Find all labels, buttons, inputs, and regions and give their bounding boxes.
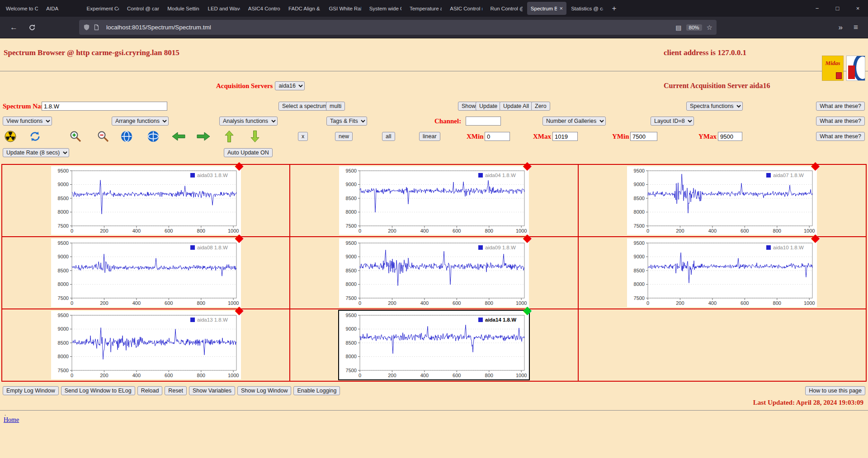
- window-minimize-button[interactable]: −: [807, 0, 827, 17]
- reader-mode-icon[interactable]: ▤: [675, 24, 681, 31]
- all-button[interactable]: all: [382, 132, 395, 141]
- linear-button[interactable]: linear: [419, 132, 440, 141]
- browser-tab[interactable]: Module Setting: [164, 2, 203, 15]
- spectrum-chart-aida13[interactable]: 7500800085009000950002004006008001000aid…: [51, 311, 241, 379]
- spectrum-plot[interactable]: 7500800085009000950002004006008001000aid…: [339, 166, 529, 235]
- spectrum-plot[interactable]: 7500800085009000950002004006008001000aid…: [627, 166, 817, 235]
- back-button[interactable]: ←: [5, 23, 23, 32]
- chart-select-diamond-icon[interactable]: ◆: [811, 160, 820, 171]
- midas-logo[interactable]: Midas: [822, 56, 844, 81]
- ymin-input[interactable]: [630, 132, 657, 141]
- spectrum-chart-aida04[interactable]: 7500800085009000950002004006008001000aid…: [339, 166, 529, 235]
- pan-right-arrow-icon[interactable]: [197, 131, 210, 141]
- url-bar[interactable]: localhost:8015/Spectrum/Spectrum.tml ▤ 8…: [79, 20, 717, 35]
- chart-select-diamond-icon[interactable]: ◆: [235, 160, 243, 171]
- new-button[interactable]: new: [335, 132, 353, 141]
- spectrum-chart-aida10[interactable]: 7500800085009000950002004006008001000aid…: [627, 238, 817, 307]
- show-log-window-button[interactable]: Show Log Window: [237, 386, 292, 395]
- update-rate-select[interactable]: Update Rate (8 secs): [3, 148, 69, 157]
- enable-logging-button[interactable]: Enable Logging: [293, 386, 340, 395]
- spectrum-plot[interactable]: 7500800085009000950002004006008001000aid…: [339, 238, 529, 307]
- spectrum-plot[interactable]: 7500800085009000950002004006008001000aid…: [51, 238, 241, 307]
- chart-select-diamond-icon[interactable]: ◆: [523, 160, 532, 171]
- bookmark-star-icon[interactable]: ☆: [707, 23, 712, 32]
- analysis-functions-select[interactable]: Analysis functions: [219, 117, 278, 126]
- spectrum-name-input[interactable]: [42, 102, 167, 111]
- spectrum-chart-aida08[interactable]: 7500800085009000950002004006008001000aid…: [51, 238, 241, 307]
- radiation-source-icon[interactable]: [5, 131, 16, 142]
- galleries-select[interactable]: Number of Galleries: [542, 117, 606, 126]
- show-variables-button[interactable]: Show Variables: [189, 386, 235, 395]
- browser-tab[interactable]: GSI White Rab: [325, 2, 364, 15]
- what-are-these-button-2[interactable]: What are these?: [816, 117, 865, 126]
- update-all-button[interactable]: Update All: [500, 102, 533, 111]
- update-button[interactable]: Update: [476, 102, 501, 111]
- spectrum-chart-aida07[interactable]: 7500800085009000950002004006008001000aid…: [627, 166, 817, 235]
- multi-button[interactable]: multi: [326, 102, 345, 111]
- empty-log-window-button[interactable]: Empty Log Window: [3, 386, 59, 395]
- spectra-functions-select[interactable]: Spectra functions: [686, 102, 743, 111]
- browser-tab[interactable]: Spectrum Br×: [527, 2, 566, 15]
- browser-tab[interactable]: Experiment Co: [83, 2, 123, 15]
- new-tab-button[interactable]: +: [607, 0, 621, 17]
- x-button[interactable]: x: [298, 132, 308, 141]
- browser-tab[interactable]: LED and Wave: [204, 2, 243, 15]
- reload-page-button[interactable]: Reload: [137, 386, 163, 395]
- spectrum-chart-aida03[interactable]: 7500800085009000950002004006008001000aid…: [51, 166, 241, 235]
- window-maximize-button[interactable]: □: [827, 0, 848, 17]
- chart-select-diamond-icon[interactable]: ◆: [235, 232, 243, 243]
- tab-close-icon[interactable]: ×: [560, 5, 563, 12]
- ymax-input[interactable]: [718, 132, 742, 141]
- spectrum-plot[interactable]: 7500800085009000950002004006008001000aid…: [339, 311, 529, 379]
- zoom-level-badge[interactable]: 80%: [686, 24, 702, 31]
- browser-tab[interactable]: AIDA: [42, 2, 82, 15]
- reload-button[interactable]: [23, 24, 41, 31]
- browser-tab[interactable]: System wide C: [366, 2, 405, 15]
- pan-down-arrow-icon[interactable]: [250, 131, 260, 143]
- browser-tab[interactable]: Welcome to C: [2, 2, 42, 15]
- spectrum-chart-aida09[interactable]: 7500800085009000950002004006008001000aid…: [339, 238, 529, 307]
- home-link[interactable]: Home: [4, 416, 19, 423]
- zoom-in-icon[interactable]: [69, 130, 82, 143]
- what-are-these-button-1[interactable]: What are these?: [816, 102, 865, 111]
- chart-select-diamond-icon[interactable]: ◆: [523, 232, 532, 243]
- pan-left-arrow-icon[interactable]: [172, 131, 185, 141]
- shield-icon[interactable]: [83, 24, 90, 31]
- url-text[interactable]: localhost:8015/Spectrum/Spectrum.tml: [106, 24, 670, 31]
- fair-gsi-logo[interactable]: [846, 56, 865, 81]
- spectrum-plot[interactable]: 7500800085009000950002004006008001000aid…: [627, 238, 817, 307]
- spectrum-chart-aida14[interactable]: 7500800085009000950002004006008001000aid…: [339, 311, 529, 379]
- view-functions-select[interactable]: View functions: [3, 117, 52, 126]
- zero-button[interactable]: Zero: [531, 102, 550, 111]
- tags-fits-select[interactable]: Tags & Fits: [326, 117, 367, 126]
- layout-id-select[interactable]: Layout ID=8: [651, 117, 694, 126]
- browser-tab[interactable]: Run Control @: [487, 2, 526, 15]
- globe-icon-1[interactable]: [121, 131, 132, 142]
- window-close-button[interactable]: ×: [848, 0, 868, 17]
- spectrum-plot[interactable]: 7500800085009000950002004006008001000aid…: [51, 166, 241, 235]
- pan-up-arrow-icon[interactable]: [224, 131, 234, 143]
- overflow-menu-icon[interactable]: »: [833, 23, 848, 32]
- page-info-icon[interactable]: [93, 24, 99, 31]
- browser-tab[interactable]: ASIC4 Control: [245, 2, 284, 15]
- what-are-these-button-3[interactable]: What are these?: [816, 132, 865, 141]
- hamburger-menu-icon[interactable]: ≡: [848, 23, 863, 32]
- chart-select-diamond-icon[interactable]: ◆: [811, 232, 820, 243]
- browser-tab[interactable]: Statistics @ ca: [567, 2, 607, 15]
- how-to-use-button[interactable]: How to use this page: [805, 386, 865, 395]
- arrange-functions-select[interactable]: Arrange functions: [112, 117, 169, 126]
- chart-select-diamond-icon[interactable]: ◆: [235, 304, 243, 316]
- zoom-out-icon[interactable]: [97, 130, 109, 143]
- auto-update-button[interactable]: Auto Update ON: [224, 148, 273, 157]
- browser-tab[interactable]: FADC Align &: [285, 2, 324, 15]
- acquisition-server-select[interactable]: aida16: [275, 81, 305, 90]
- browser-tab[interactable]: Temperature a: [406, 2, 445, 15]
- reset-button[interactable]: Reset: [165, 386, 187, 395]
- globe-icon-2[interactable]: [147, 131, 159, 142]
- xmax-input[interactable]: [552, 132, 578, 141]
- spectrum-plot[interactable]: 7500800085009000950002004006008001000aid…: [51, 311, 241, 379]
- channel-input[interactable]: [466, 117, 501, 126]
- browser-tab[interactable]: ASIC Control (: [446, 2, 486, 15]
- chart-select-diamond-icon[interactable]: ◆: [523, 304, 532, 316]
- xmin-input[interactable]: [485, 132, 510, 141]
